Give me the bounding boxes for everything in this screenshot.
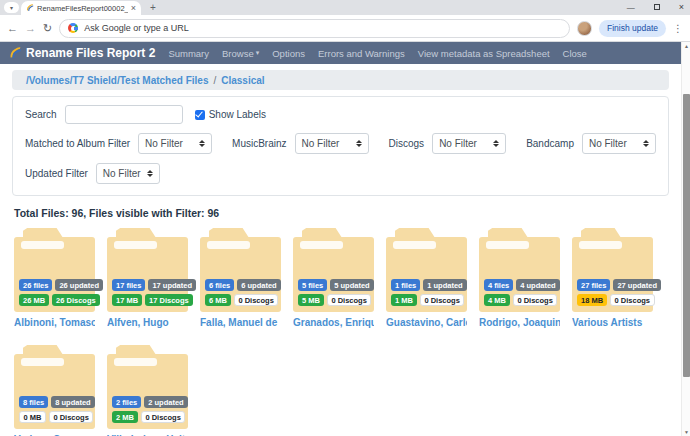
nav-close[interactable]: Close [563,48,587,59]
breadcrumb-root-link[interactable]: /Volumes/T7 Shield/Test Matched Files [26,75,208,86]
folder-name-link[interactable]: Various Artists [572,317,653,328]
folder-name-link[interactable]: Guastavino, Carlos [386,317,467,328]
select-arrows-icon [356,140,362,147]
size-badge: 2 MB [112,411,138,423]
nav-summary[interactable]: Summary [168,48,209,59]
reload-icon[interactable]: ↻ [43,22,52,35]
discogs-badge: 26 Discogs [52,294,100,306]
search-label: Search [25,109,57,120]
app-title: Rename Files Report 2 [26,46,155,60]
forward-icon[interactable]: → [25,22,36,34]
discogs-filter-select[interactable]: No Filter [432,133,506,154]
folder-icon[interactable]: 5 files 5 updated 5 MB 0 Discogs [293,228,374,312]
discogs-badge: 0 Discogs [141,411,185,423]
size-badge: 6 MB [205,294,231,306]
tab-close-icon[interactable]: × [131,4,136,13]
folder-item[interactable]: 8 files 8 updated 0 MB 0 Discogs Various… [14,345,95,436]
files-badge: 8 files [19,396,48,408]
updated-badge: 27 updated [613,279,661,291]
folder-icon[interactable]: 8 files 8 updated 0 MB 0 Discogs [14,345,95,429]
folder-item[interactable]: 4 files 4 updated 4 MB 0 Discogs Rodrigo… [479,228,560,328]
close-window-icon[interactable]: × [679,2,684,12]
folder-item[interactable]: 17 files 17 updated 17 MB 17 Discogs Alf… [107,228,188,328]
window-controls: — × [627,0,684,14]
size-badge: 18 MB [577,294,607,306]
updated-filter-label: Updated Filter [25,168,88,179]
discogs-badge: 17 Discogs [145,294,193,306]
folder-name-link[interactable]: Alfven, Hugo [107,317,188,328]
updated-filter-select[interactable]: No Filter [96,163,160,184]
address-bar[interactable]: Ask Google or type a URL [59,19,570,38]
folder-icon[interactable]: 4 files 4 updated 4 MB 0 Discogs [479,228,560,312]
page-scrollbar[interactable]: ▲ ▼ [681,42,690,436]
nav-view-metadata[interactable]: View metadata as Spreadsheet [418,48,550,59]
tab-search-button[interactable]: ▾ [4,2,19,13]
discogs-badge: 0 Discogs [513,294,557,306]
nav-options[interactable]: Options [272,48,305,59]
scrollbar-thumb[interactable] [683,94,690,377]
folder-item[interactable]: 2 files 2 updated 2 MB 0 Discogs Villa-L… [107,345,188,436]
files-badge: 2 files [112,396,141,408]
updated-badge: 17 updated [148,279,196,291]
page-content: Rename Files Report 2 Summary Browse▾ Op… [0,42,681,436]
browser-tab[interactable]: RenameFilesReport00002_byfol × [21,1,141,15]
updated-badge: 26 updated [55,279,103,291]
nav-browse[interactable]: Browse▾ [222,48,259,59]
bandcamp-filter-select[interactable]: No Filter [582,133,656,154]
files-badge: 27 files [577,279,610,291]
show-labels-checkbox[interactable] [195,110,205,120]
folder-item[interactable]: 26 files 26 updated 26 MB 26 Discogs Alb… [14,228,95,328]
maximize-icon[interactable] [654,4,660,10]
totals-summary: Total Files: 96, Files visible with Filt… [14,207,667,219]
new-tab-button[interactable]: + [150,2,156,13]
folder-icon[interactable]: 2 files 2 updated 2 MB 0 Discogs [107,345,188,429]
folder-item[interactable]: 27 files 27 updated 18 MB 0 Discogs Vari… [572,228,653,328]
folder-item[interactable]: 1 files 1 updated 1 MB 0 Discogs Guastav… [386,228,467,328]
folder-name-link[interactable]: Albinoni, Tomaso Giovanni [14,317,95,328]
folder-item[interactable]: 6 files 6 updated 6 MB 0 Discogs Falla, … [200,228,281,328]
match-filters-row: Matched to Album Filter No Filter MusicB… [25,133,656,154]
show-labels-toggle[interactable]: Show Labels [195,109,266,120]
address-bar-placeholder: Ask Google or type a URL [84,23,189,33]
show-labels-label: Show Labels [209,109,266,120]
files-badge: 1 files [391,279,420,291]
browser-window: ▾ RenameFilesReport00002_byfol × + — × ←… [0,0,690,436]
nav-errors-warnings[interactable]: Errors and Warnings [318,48,405,59]
chevron-down-icon: ▾ [10,4,13,11]
folder-name-link[interactable]: Falla, Manuel de [200,317,281,328]
updated-badge: 1 updated [423,279,466,291]
matched-album-filter-label: Matched to Album Filter [25,138,130,149]
musicbrainz-filter-select[interactable]: No Filter [295,133,369,154]
bandcamp-filter-label: Bandcamp [526,138,574,149]
folder-name-link[interactable]: Granados, Enrique [293,317,374,328]
select-arrows-icon [147,170,153,177]
folder-icon[interactable]: 27 files 27 updated 18 MB 0 Discogs [572,228,653,312]
back-icon[interactable]: ← [7,22,18,34]
folder-item[interactable]: 5 files 5 updated 5 MB 0 Discogs Granado… [293,228,374,328]
google-icon [68,23,78,33]
folder-icon[interactable]: 1 files 1 updated 1 MB 0 Discogs [386,228,467,312]
size-badge: 26 MB [19,294,49,306]
folder-icon[interactable]: 17 files 17 updated 17 MB 17 Discogs [107,228,188,312]
breadcrumb-current-link[interactable]: Classical [221,75,264,86]
matched-album-filter-select[interactable]: No Filter [138,133,212,154]
tab-strip: ▾ RenameFilesReport00002_byfol × + — × [0,0,690,15]
caret-down-icon: ▾ [256,49,260,57]
folder-icon[interactable]: 6 files 6 updated 6 MB 0 Discogs [200,228,281,312]
finish-update-button[interactable]: Finish update [599,20,666,37]
profile-avatar[interactable] [577,21,592,36]
browser-menu-icon[interactable]: ⋮ [673,23,683,34]
size-badge: 17 MB [112,294,142,306]
discogs-filter-label: Discogs [389,138,425,149]
app-brand: Rename Files Report 2 [9,46,155,60]
folder-name-link[interactable]: Rodrigo, Joaquin [479,317,560,328]
search-input[interactable] [65,105,183,124]
app-favicon-icon [26,4,34,12]
folder-icon[interactable]: 26 files 26 updated 26 MB 26 Discogs [14,228,95,312]
scroll-up-icon[interactable]: ▲ [682,43,690,49]
updated-badge: 4 updated [516,279,559,291]
minimize-icon[interactable]: — [627,3,635,12]
scroll-down-icon[interactable]: ▼ [682,429,690,435]
discogs-badge: 0 Discogs [234,294,278,306]
app-logo-icon [9,47,22,60]
